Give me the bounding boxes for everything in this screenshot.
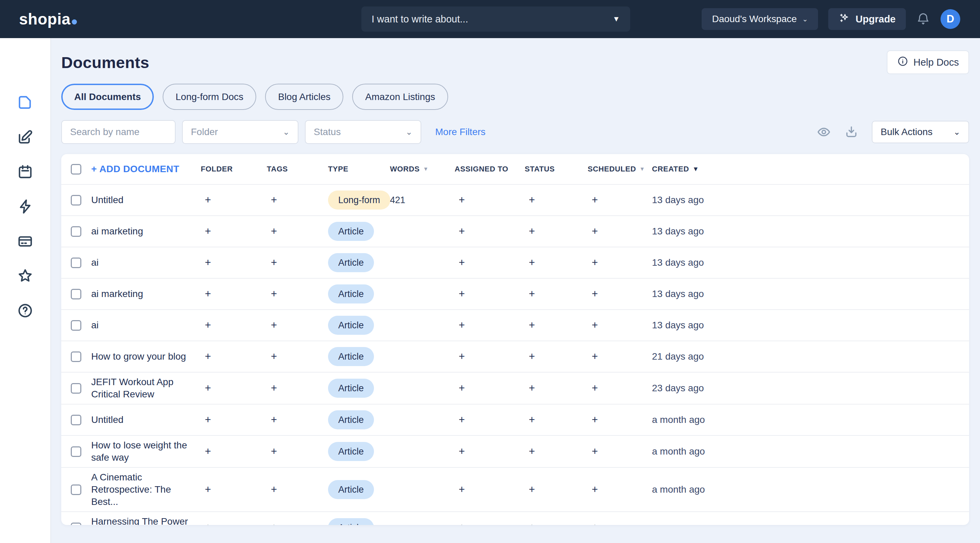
table-row[interactable]: Untitled + + Article + + + a month ago — [61, 405, 969, 436]
row-checkbox[interactable] — [71, 383, 81, 394]
add-tag-button[interactable]: + — [267, 288, 328, 300]
sidebar-documents document-icon[interactable] — [17, 94, 34, 111]
add-schedule-button[interactable]: + — [588, 382, 652, 394]
add-assignee-button[interactable]: + — [455, 522, 525, 525]
table-row[interactable]: How to grow your blog + + Article + + + … — [61, 341, 969, 373]
add-folder-button[interactable]: + — [201, 382, 267, 394]
folder-select[interactable]: Folder ⌄ — [182, 120, 298, 144]
table-row[interactable]: ai + + Article + + + 13 days ago — [61, 310, 969, 341]
add-tag-button[interactable]: + — [267, 414, 328, 426]
column-header-created[interactable]: CREATED▼ — [652, 165, 969, 173]
add-schedule-button[interactable]: + — [588, 522, 652, 525]
add-schedule-button[interactable]: + — [588, 319, 652, 331]
row-checkbox[interactable] — [71, 257, 81, 268]
row-checkbox[interactable] — [71, 226, 81, 237]
column-header-scheduled[interactable]: SCHEDULED▼ — [588, 165, 652, 173]
sidebar-help help-icon[interactable] — [17, 302, 34, 319]
table-row[interactable]: Harnessing The Power Of + + Article + + … — [61, 512, 969, 525]
search-input[interactable] — [61, 120, 176, 144]
add-status-button[interactable]: + — [525, 414, 588, 426]
add-tag-button[interactable]: + — [267, 351, 328, 363]
add-schedule-button[interactable]: + — [588, 257, 652, 269]
add-tag-button[interactable]: + — [267, 257, 328, 269]
add-assignee-button[interactable]: + — [455, 225, 525, 238]
add-status-button[interactable]: + — [525, 194, 588, 206]
write-about-dropdown[interactable]: I want to write about... ▼ — [361, 6, 630, 32]
add-folder-button[interactable]: + — [201, 288, 267, 300]
row-checkbox[interactable] — [71, 484, 81, 495]
add-tag-button[interactable]: + — [267, 225, 328, 238]
add-folder-button[interactable]: + — [201, 257, 267, 269]
table-row[interactable]: ai marketing + + Article + + + 13 days a… — [61, 216, 969, 247]
table-row[interactable]: A Cinematic Retrospective: The Best... +… — [61, 468, 969, 512]
column-header-words[interactable]: WORDS▼ — [390, 165, 455, 173]
add-folder-button[interactable]: + — [201, 522, 267, 525]
add-status-button[interactable]: + — [525, 483, 588, 496]
add-status-button[interactable]: + — [525, 319, 588, 331]
add-folder-button[interactable]: + — [201, 445, 267, 457]
add-folder-button[interactable]: + — [201, 351, 267, 363]
add-assignee-button[interactable]: + — [455, 483, 525, 496]
add-tag-button[interactable]: + — [267, 382, 328, 394]
tab-amazon-listings[interactable]: Amazon Listings — [352, 84, 448, 110]
add-tag-button[interactable]: + — [267, 445, 328, 457]
add-status-button[interactable]: + — [525, 445, 588, 457]
user-avatar[interactable]: D — [940, 9, 960, 29]
add-status-button[interactable]: + — [525, 382, 588, 394]
add-status-button[interactable]: + — [525, 351, 588, 363]
add-assignee-button[interactable]: + — [455, 351, 525, 363]
add-tag-button[interactable]: + — [267, 483, 328, 496]
table-row[interactable]: JEFIT Workout App Critical Review + + Ar… — [61, 373, 969, 405]
tab-long-form-docs[interactable]: Long-form Docs — [163, 84, 256, 110]
add-assignee-button[interactable]: + — [455, 445, 525, 457]
add-document-button[interactable]: + ADD DOCUMENT — [91, 164, 201, 175]
add-status-button[interactable]: + — [525, 522, 588, 525]
workspace-switcher[interactable]: Daoud's Workspace ⌄ — [702, 8, 818, 30]
add-schedule-button[interactable]: + — [588, 414, 652, 426]
sidebar-editor edit-icon[interactable] — [17, 129, 34, 146]
table-row[interactable]: ai + + Article + + + 13 days ago — [61, 247, 969, 279]
sidebar-planner calendar-icon[interactable] — [17, 163, 34, 180]
table-row[interactable]: How to lose weight the safe way + + Arti… — [61, 436, 969, 468]
help-docs-button[interactable]: Help Docs — [887, 50, 969, 74]
preview-eye-icon[interactable] — [817, 125, 831, 139]
row-checkbox[interactable] — [71, 320, 81, 331]
add-schedule-button[interactable]: + — [588, 445, 652, 457]
add-tag-button[interactable]: + — [267, 319, 328, 331]
add-folder-button[interactable]: + — [201, 483, 267, 496]
export-download-icon[interactable] — [844, 125, 859, 139]
add-assignee-button[interactable]: + — [455, 257, 525, 269]
select-all-checkbox[interactable] — [71, 164, 81, 175]
table-row[interactable]: Untitled + + Long-form 421 + + + 13 days… — [61, 185, 969, 216]
sidebar-favorites star-icon[interactable] — [17, 267, 34, 284]
add-schedule-button[interactable]: + — [588, 351, 652, 363]
upgrade-button[interactable]: Upgrade — [828, 8, 906, 30]
row-checkbox[interactable] — [71, 446, 81, 457]
add-schedule-button[interactable]: + — [588, 483, 652, 496]
row-checkbox[interactable] — [71, 415, 81, 425]
add-status-button[interactable]: + — [525, 225, 588, 238]
add-assignee-button[interactable]: + — [455, 382, 525, 394]
status-select[interactable]: Status ⌄ — [305, 120, 421, 144]
add-assignee-button[interactable]: + — [455, 288, 525, 300]
add-status-button[interactable]: + — [525, 288, 588, 300]
sidebar-automations lightning-icon[interactable] — [17, 198, 34, 215]
add-status-button[interactable]: + — [525, 257, 588, 269]
add-folder-button[interactable]: + — [201, 414, 267, 426]
add-assignee-button[interactable]: + — [455, 319, 525, 331]
add-schedule-button[interactable]: + — [588, 194, 652, 206]
add-folder-button[interactable]: + — [201, 319, 267, 331]
row-checkbox[interactable] — [71, 289, 81, 299]
sidebar-billing credit-card-icon[interactable] — [17, 233, 34, 250]
row-checkbox[interactable] — [71, 522, 81, 525]
add-assignee-button[interactable]: + — [455, 194, 525, 206]
table-row[interactable]: ai marketing + + Article + + + 13 days a… — [61, 279, 969, 310]
more-filters-link[interactable]: More Filters — [435, 127, 485, 137]
tab-all-documents[interactable]: All Documents — [61, 84, 154, 110]
add-tag-button[interactable]: + — [267, 522, 328, 525]
add-folder-button[interactable]: + — [201, 225, 267, 238]
bulk-actions-select[interactable]: Bulk Actions ⌄ — [872, 121, 969, 143]
add-tag-button[interactable]: + — [267, 194, 328, 206]
row-checkbox[interactable] — [71, 351, 81, 362]
tab-blog-articles[interactable]: Blog Articles — [265, 84, 343, 110]
